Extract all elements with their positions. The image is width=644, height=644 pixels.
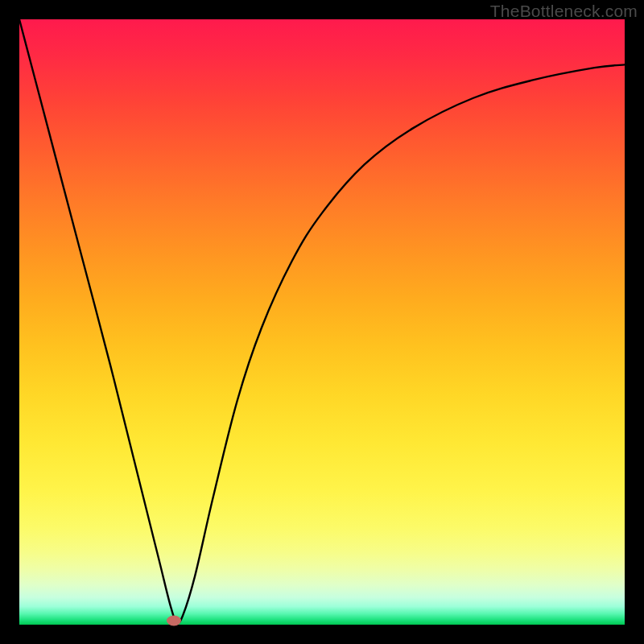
- optimum-marker: [167, 616, 181, 626]
- bottleneck-curve: [19, 19, 625, 625]
- plot-area: [19, 19, 625, 625]
- curve-path: [19, 19, 625, 622]
- chart-container: TheBottleneck.com: [0, 0, 644, 644]
- watermark-text: TheBottleneck.com: [490, 2, 638, 21]
